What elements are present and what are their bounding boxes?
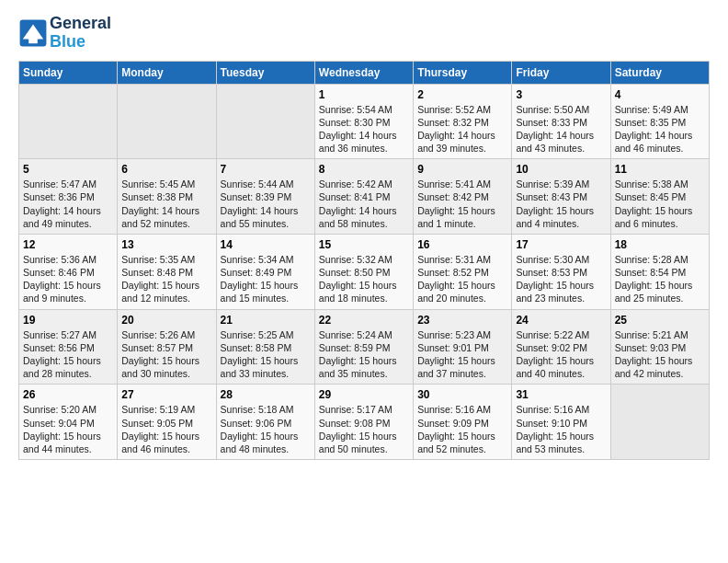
day-info: Sunrise: 5:45 AMSunset: 8:38 PMDaylight:… xyxy=(121,178,211,230)
day-number: 10 xyxy=(516,163,606,176)
logo: General Blue xyxy=(18,15,111,52)
day-header-thursday: Thursday xyxy=(414,61,512,84)
day-info: Sunrise: 5:47 AMSunset: 8:36 PMDaylight:… xyxy=(23,178,113,230)
day-info: Sunrise: 5:31 AMSunset: 8:52 PMDaylight:… xyxy=(417,253,507,305)
calendar-cell: 3Sunrise: 5:50 AMSunset: 8:33 PMDaylight… xyxy=(512,84,610,159)
calendar-cell: 19Sunrise: 5:27 AMSunset: 8:56 PMDayligh… xyxy=(19,309,118,385)
day-number: 8 xyxy=(319,163,409,176)
day-number: 11 xyxy=(615,163,705,176)
day-info: Sunrise: 5:38 AMSunset: 8:45 PMDaylight:… xyxy=(615,178,705,230)
day-number: 4 xyxy=(615,88,705,101)
days-header-row: SundayMondayTuesdayWednesdayThursdayFrid… xyxy=(19,61,710,84)
page-header: General Blue xyxy=(18,15,710,52)
day-number: 2 xyxy=(417,88,507,101)
day-number: 6 xyxy=(121,163,211,176)
calendar-cell: 10Sunrise: 5:39 AMSunset: 8:43 PMDayligh… xyxy=(512,159,610,235)
calendar-cell: 22Sunrise: 5:24 AMSunset: 8:59 PMDayligh… xyxy=(314,309,413,385)
day-number: 17 xyxy=(516,238,606,251)
calendar-cell: 18Sunrise: 5:28 AMSunset: 8:54 PMDayligh… xyxy=(610,234,709,309)
calendar-cell: 16Sunrise: 5:31 AMSunset: 8:52 PMDayligh… xyxy=(414,234,512,309)
calendar-cell: 30Sunrise: 5:16 AMSunset: 9:09 PMDayligh… xyxy=(414,385,512,460)
day-info: Sunrise: 5:16 AMSunset: 9:09 PMDaylight:… xyxy=(417,403,507,455)
day-header-sunday: Sunday xyxy=(19,61,118,84)
calendar-cell: 31Sunrise: 5:16 AMSunset: 9:10 PMDayligh… xyxy=(512,385,610,460)
calendar-cell: 25Sunrise: 5:21 AMSunset: 9:03 PMDayligh… xyxy=(610,309,709,385)
day-info: Sunrise: 5:23 AMSunset: 9:01 PMDaylight:… xyxy=(417,328,507,381)
calendar-week-1: 1Sunrise: 5:54 AMSunset: 8:30 PMDaylight… xyxy=(19,84,710,159)
calendar-cell: 2Sunrise: 5:52 AMSunset: 8:32 PMDaylight… xyxy=(414,84,512,159)
day-info: Sunrise: 5:26 AMSunset: 8:57 PMDaylight:… xyxy=(121,328,211,381)
calendar-cell: 6Sunrise: 5:45 AMSunset: 8:38 PMDaylight… xyxy=(118,159,216,235)
day-info: Sunrise: 5:22 AMSunset: 9:02 PMDaylight:… xyxy=(516,328,606,381)
calendar-cell xyxy=(19,84,118,159)
svg-rect-2 xyxy=(28,38,38,43)
day-info: Sunrise: 5:19 AMSunset: 9:05 PMDaylight:… xyxy=(121,403,211,455)
calendar-cell: 1Sunrise: 5:54 AMSunset: 8:30 PMDaylight… xyxy=(314,84,413,159)
calendar-cell: 5Sunrise: 5:47 AMSunset: 8:36 PMDaylight… xyxy=(19,159,118,235)
day-number: 15 xyxy=(319,238,409,251)
calendar-cell: 20Sunrise: 5:26 AMSunset: 8:57 PMDayligh… xyxy=(118,309,216,385)
day-info: Sunrise: 5:17 AMSunset: 9:08 PMDaylight:… xyxy=(319,403,409,455)
calendar-cell: 11Sunrise: 5:38 AMSunset: 8:45 PMDayligh… xyxy=(610,159,709,235)
day-header-friday: Friday xyxy=(512,61,610,84)
calendar-cell: 14Sunrise: 5:34 AMSunset: 8:49 PMDayligh… xyxy=(216,234,314,309)
day-header-wednesday: Wednesday xyxy=(314,61,413,84)
day-number: 28 xyxy=(221,388,311,401)
day-number: 21 xyxy=(221,314,311,327)
day-number: 12 xyxy=(23,238,113,251)
day-info: Sunrise: 5:16 AMSunset: 9:10 PMDaylight:… xyxy=(516,403,606,455)
day-number: 14 xyxy=(221,238,311,251)
calendar-cell xyxy=(216,84,314,159)
calendar-cell: 7Sunrise: 5:44 AMSunset: 8:39 PMDaylight… xyxy=(216,159,314,235)
day-info: Sunrise: 5:25 AMSunset: 8:58 PMDaylight:… xyxy=(221,328,311,381)
calendar-body: 1Sunrise: 5:54 AMSunset: 8:30 PMDaylight… xyxy=(19,84,710,459)
day-number: 23 xyxy=(417,314,507,327)
calendar-cell: 9Sunrise: 5:41 AMSunset: 8:42 PMDaylight… xyxy=(414,159,512,235)
calendar-week-4: 19Sunrise: 5:27 AMSunset: 8:56 PMDayligh… xyxy=(19,309,710,385)
day-number: 5 xyxy=(23,163,113,176)
calendar-cell: 17Sunrise: 5:30 AMSunset: 8:53 PMDayligh… xyxy=(512,234,610,309)
day-number: 22 xyxy=(319,314,409,327)
day-number: 16 xyxy=(417,238,507,251)
calendar-cell: 12Sunrise: 5:36 AMSunset: 8:46 PMDayligh… xyxy=(19,234,118,309)
day-number: 20 xyxy=(121,314,211,327)
calendar-cell: 4Sunrise: 5:49 AMSunset: 8:35 PMDaylight… xyxy=(610,84,709,159)
day-number: 25 xyxy=(615,314,705,327)
calendar-cell xyxy=(118,84,216,159)
day-info: Sunrise: 5:21 AMSunset: 9:03 PMDaylight:… xyxy=(615,328,705,381)
day-number: 9 xyxy=(417,163,507,176)
day-number: 7 xyxy=(221,163,311,176)
day-number: 26 xyxy=(23,388,113,401)
day-number: 13 xyxy=(121,238,211,251)
calendar-week-5: 26Sunrise: 5:20 AMSunset: 9:04 PMDayligh… xyxy=(19,385,710,460)
logo-text: General Blue xyxy=(50,15,111,52)
day-info: Sunrise: 5:32 AMSunset: 8:50 PMDaylight:… xyxy=(319,253,409,305)
day-number: 3 xyxy=(516,88,606,101)
calendar-cell: 21Sunrise: 5:25 AMSunset: 8:58 PMDayligh… xyxy=(216,309,314,385)
calendar-week-2: 5Sunrise: 5:47 AMSunset: 8:36 PMDaylight… xyxy=(19,159,710,235)
calendar-week-3: 12Sunrise: 5:36 AMSunset: 8:46 PMDayligh… xyxy=(19,234,710,309)
day-info: Sunrise: 5:54 AMSunset: 8:30 PMDaylight:… xyxy=(319,103,409,155)
day-number: 27 xyxy=(121,388,211,401)
calendar-table: SundayMondayTuesdayWednesdayThursdayFrid… xyxy=(18,61,710,460)
day-number: 30 xyxy=(417,388,507,401)
calendar-cell: 27Sunrise: 5:19 AMSunset: 9:05 PMDayligh… xyxy=(118,385,216,460)
day-number: 24 xyxy=(516,314,606,327)
day-header-saturday: Saturday xyxy=(610,61,709,84)
day-info: Sunrise: 5:30 AMSunset: 8:53 PMDaylight:… xyxy=(516,253,606,305)
day-info: Sunrise: 5:42 AMSunset: 8:41 PMDaylight:… xyxy=(319,178,409,230)
day-number: 18 xyxy=(615,238,705,251)
day-info: Sunrise: 5:24 AMSunset: 8:59 PMDaylight:… xyxy=(319,328,409,381)
calendar-cell: 8Sunrise: 5:42 AMSunset: 8:41 PMDaylight… xyxy=(314,159,413,235)
day-info: Sunrise: 5:28 AMSunset: 8:54 PMDaylight:… xyxy=(615,253,705,305)
day-info: Sunrise: 5:34 AMSunset: 8:49 PMDaylight:… xyxy=(221,253,311,305)
day-info: Sunrise: 5:49 AMSunset: 8:35 PMDaylight:… xyxy=(615,103,705,155)
calendar-cell: 24Sunrise: 5:22 AMSunset: 9:02 PMDayligh… xyxy=(512,309,610,385)
day-info: Sunrise: 5:52 AMSunset: 8:32 PMDaylight:… xyxy=(417,103,507,155)
day-info: Sunrise: 5:35 AMSunset: 8:48 PMDaylight:… xyxy=(121,253,211,305)
day-header-monday: Monday xyxy=(118,61,216,84)
day-info: Sunrise: 5:36 AMSunset: 8:46 PMDaylight:… xyxy=(23,253,113,305)
calendar-cell: 13Sunrise: 5:35 AMSunset: 8:48 PMDayligh… xyxy=(118,234,216,309)
calendar-cell: 29Sunrise: 5:17 AMSunset: 9:08 PMDayligh… xyxy=(314,385,413,460)
day-number: 29 xyxy=(319,388,409,401)
